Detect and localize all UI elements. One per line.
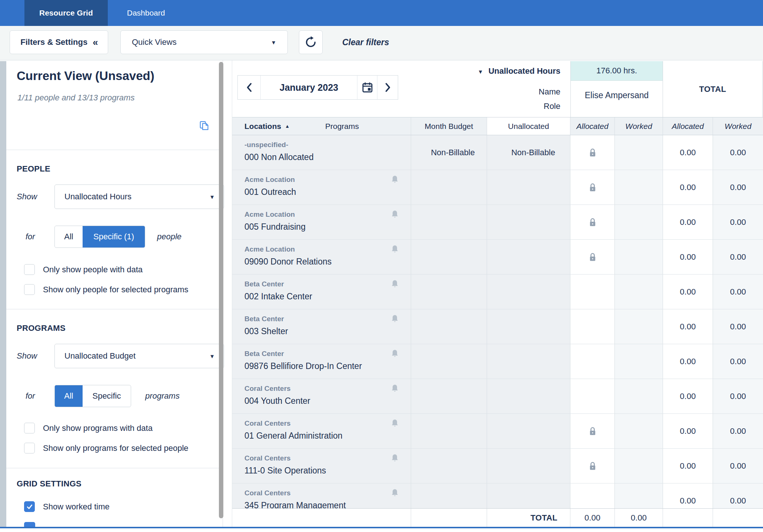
- unallocated-header[interactable]: Unallocated: [487, 117, 570, 135]
- row-person-worked-cell[interactable]: [615, 240, 663, 274]
- row-total-worked-cell[interactable]: 0.00: [713, 449, 763, 483]
- row-person-allocated-cell[interactable]: [570, 344, 615, 379]
- programs-show-dropdown[interactable]: Unallocated Budget ▼: [54, 344, 224, 368]
- row-month-budget-cell[interactable]: [411, 240, 487, 274]
- checkbox-box[interactable]: [24, 264, 35, 275]
- row-total-worked-cell[interactable]: 0.00: [713, 205, 763, 239]
- row-person-worked-cell[interactable]: [615, 309, 663, 344]
- row-total-allocated-cell[interactable]: 0.00: [663, 414, 713, 448]
- notification-bell-icon[interactable]: [390, 209, 400, 220]
- checkbox-box[interactable]: [24, 443, 35, 453]
- row-month-budget-cell[interactable]: [411, 344, 487, 379]
- month-budget-header[interactable]: Month Budget: [411, 117, 487, 135]
- tab-resource-grid[interactable]: Resource Grid: [24, 0, 108, 26]
- row-month-budget-cell[interactable]: [411, 170, 487, 205]
- row-person-allocated-cell[interactable]: [570, 414, 615, 448]
- row-unallocated-cell[interactable]: [487, 275, 570, 309]
- row-total-worked-cell[interactable]: 0.00: [713, 379, 763, 413]
- row-total-allocated-cell[interactable]: 0.00: [663, 240, 713, 274]
- checkbox-show-only-people-for-selected-programs[interactable]: Show only people for selected programs: [24, 284, 189, 295]
- row-person-allocated-cell[interactable]: [570, 135, 615, 170]
- row-month-budget-cell[interactable]: [411, 414, 487, 448]
- locations-sort-header[interactable]: Locations ▲: [244, 122, 290, 131]
- notification-bell-icon[interactable]: [390, 314, 400, 325]
- row-person-allocated-cell[interactable]: [570, 379, 615, 413]
- copy-view-button[interactable]: [199, 120, 210, 131]
- row-total-allocated-cell[interactable]: 0.00: [663, 170, 713, 205]
- grid-row[interactable]: Beta Center 09876 Bellifiore Drop-In Cen…: [232, 344, 763, 379]
- people-all-option[interactable]: All: [55, 226, 83, 247]
- grid-row[interactable]: Acme Location 09090 Donor Relations 0.00: [232, 240, 763, 275]
- row-total-allocated-cell[interactable]: 0.00: [663, 483, 713, 508]
- row-person-allocated-cell[interactable]: [570, 240, 615, 274]
- row-person-worked-cell[interactable]: [615, 449, 663, 483]
- grid-row[interactable]: Coral Centers 111-0 Site Operations 0.00: [232, 449, 763, 483]
- row-person-worked-cell[interactable]: [615, 379, 663, 413]
- row-person-allocated-cell[interactable]: [570, 170, 615, 205]
- total-allocated-header[interactable]: Allocated: [663, 117, 713, 135]
- checkbox-box[interactable]: [24, 501, 35, 512]
- row-person-worked-cell[interactable]: [615, 275, 663, 309]
- programs-all-option[interactable]: All: [55, 385, 83, 407]
- row-total-worked-cell[interactable]: 0.00: [713, 240, 763, 274]
- checkbox-partially-visible[interactable]: [24, 522, 35, 527]
- checkbox-only-show-people-with-data[interactable]: Only show people with data: [24, 264, 143, 275]
- notification-bell-icon[interactable]: [390, 453, 400, 464]
- row-person-worked-cell[interactable]: [615, 414, 663, 448]
- row-unallocated-cell[interactable]: [487, 309, 570, 344]
- row-person-allocated-cell[interactable]: [570, 449, 615, 483]
- checkbox-only-show-programs-with-data[interactable]: Only show programs with data: [24, 423, 153, 433]
- person-allocated-header[interactable]: Allocated: [570, 117, 615, 135]
- row-unallocated-cell[interactable]: [487, 344, 570, 379]
- notification-bell-icon[interactable]: [390, 488, 400, 499]
- row-month-budget-cell[interactable]: [411, 309, 487, 344]
- row-unallocated-cell[interactable]: [487, 449, 570, 483]
- people-show-dropdown[interactable]: Unallocated Hours ▼: [54, 184, 224, 209]
- people-specific-option[interactable]: Specific (1): [83, 226, 145, 247]
- row-person-allocated-cell[interactable]: [570, 309, 615, 344]
- metric-selector[interactable]: ▼ Unallocated Hours: [232, 66, 560, 76]
- sidebar-scrollbar-thumb[interactable]: [219, 62, 223, 518]
- row-total-allocated-cell[interactable]: 0.00: [663, 449, 713, 483]
- person-unallocated-hours[interactable]: 176.00 hrs.: [571, 61, 663, 81]
- row-unallocated-cell[interactable]: [487, 240, 570, 274]
- checkbox-box[interactable]: [24, 284, 35, 295]
- filters-settings-button[interactable]: Filters & Settings «: [10, 30, 108, 54]
- refresh-button[interactable]: [299, 30, 323, 54]
- row-unallocated-cell[interactable]: Non-Billable: [487, 135, 570, 170]
- programs-specific-option[interactable]: Specific: [83, 385, 131, 407]
- row-total-worked-cell[interactable]: 0.00: [713, 344, 763, 379]
- row-person-worked-cell[interactable]: [615, 205, 663, 239]
- row-person-allocated-cell[interactable]: [570, 483, 615, 508]
- checkbox-box[interactable]: [24, 423, 35, 433]
- row-month-budget-cell[interactable]: [411, 449, 487, 483]
- notification-bell-icon[interactable]: [390, 244, 400, 255]
- row-person-worked-cell[interactable]: [615, 170, 663, 205]
- row-total-allocated-cell[interactable]: 0.00: [663, 135, 713, 170]
- grid-row[interactable]: Coral Centers 01 General Administration …: [232, 414, 763, 449]
- notification-bell-icon[interactable]: [390, 174, 400, 186]
- row-total-allocated-cell[interactable]: 0.00: [663, 344, 713, 379]
- grid-row[interactable]: -unspecified- 000 Non Allocated Non-Bill…: [232, 135, 763, 170]
- row-unallocated-cell[interactable]: [487, 483, 570, 508]
- row-month-budget-cell[interactable]: Non-Billable: [411, 135, 487, 170]
- grid-row[interactable]: Coral Centers 345 Program Management 0.0…: [232, 483, 763, 508]
- notification-bell-icon[interactable]: [390, 383, 400, 395]
- grid-row[interactable]: Beta Center 002 Intake Center 0.00 0.: [232, 275, 763, 309]
- grid-row[interactable]: Acme Location 005 Fundraising 0.00 0.: [232, 205, 763, 240]
- grid-row[interactable]: Acme Location 001 Outreach 0.00 0.00: [232, 170, 763, 205]
- checkbox-show-worked-time[interactable]: Show worked time: [24, 501, 110, 512]
- row-total-allocated-cell[interactable]: 0.00: [663, 205, 713, 239]
- row-total-worked-cell[interactable]: 0.00: [713, 275, 763, 309]
- notification-bell-icon[interactable]: [390, 349, 400, 360]
- person-worked-header[interactable]: Worked: [615, 117, 663, 135]
- row-total-worked-cell[interactable]: 0.00: [713, 414, 763, 448]
- row-total-worked-cell[interactable]: 0.00: [713, 309, 763, 344]
- row-person-allocated-cell[interactable]: [570, 205, 615, 239]
- checkbox-show-only-programs-for-selected-people[interactable]: Show only programs for selected people: [24, 443, 189, 453]
- row-unallocated-cell[interactable]: [487, 170, 570, 205]
- row-unallocated-cell[interactable]: [487, 379, 570, 413]
- grid-row[interactable]: Beta Center 003 Shelter 0.00 0.00: [232, 309, 763, 344]
- row-person-worked-cell[interactable]: [615, 483, 663, 508]
- notification-bell-icon[interactable]: [390, 418, 400, 429]
